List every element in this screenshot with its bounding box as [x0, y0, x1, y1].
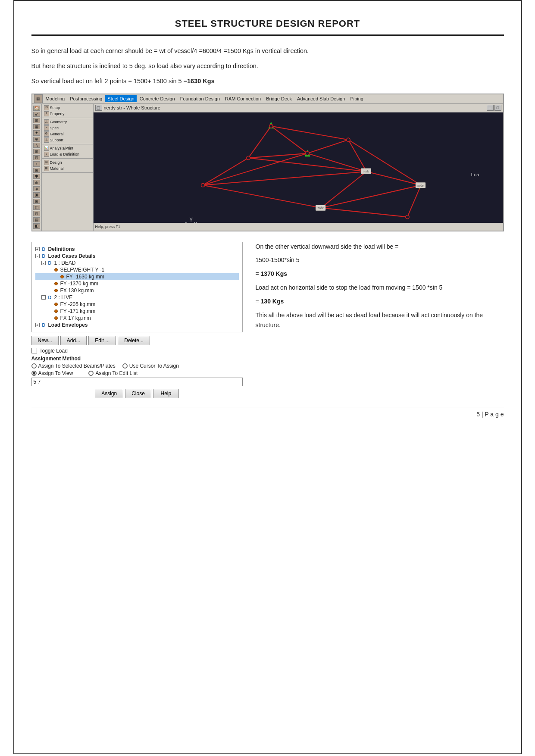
svg-point-24 — [346, 138, 350, 141]
new-button[interactable]: New... — [31, 336, 59, 345]
radio-label-view: Assign To View — [38, 370, 73, 376]
tree-icon-envelopes: D — [41, 322, 47, 328]
toolbar-icon-6[interactable]: ⊕ — [33, 137, 40, 142]
toolbar-icon-5[interactable]: ✦ — [33, 130, 40, 135]
sw-tab-spec-item[interactable]: ≡ Spec — [43, 125, 92, 131]
toolbar-icon-12[interactable]: ✱ — [33, 174, 40, 179]
edit-button[interactable]: Edit ... — [88, 336, 116, 345]
radio-circle-edit-list[interactable] — [88, 371, 94, 376]
tree-label-selfweight: SELFWEIGHT Y -1 — [60, 267, 105, 273]
tree-expand-dead[interactable]: - — [41, 261, 46, 265]
radio-label-selected: Assign To Selected Beams/Plates — [38, 363, 116, 369]
sw-menu-foundation-design[interactable]: Foundation Design — [178, 95, 222, 102]
sw-menu-concrete-design[interactable]: Concrete Design — [138, 95, 177, 102]
tree-item-definitions: + D Definitions — [35, 246, 239, 253]
tree-item-load-cases: - D Load Cases Details — [35, 253, 239, 259]
right-para3-bold: 1370 Kgs — [261, 270, 287, 277]
toolbar-icon-19[interactable]: ▤ — [33, 217, 40, 222]
load-label: Load & Definition — [50, 152, 80, 156]
assignment-method-title: Assignment Method — [31, 356, 243, 362]
toolbar-icon-9[interactable]: ⊡ — [33, 155, 40, 160]
member-input[interactable] — [31, 378, 243, 386]
sw-menu-steel-design[interactable]: Steel Design — [105, 95, 136, 102]
tree-item-envelopes: + D Load Envelopes — [35, 322, 239, 328]
assign-button[interactable]: Assign — [95, 389, 123, 398]
sw-menu-bridge-deck[interactable]: Bridge Deck — [264, 95, 294, 102]
help-button[interactable]: Help — [153, 389, 179, 398]
sw-menu-ram-connection[interactable]: RAM Connection — [223, 95, 263, 102]
sw-menu-modeling[interactable]: Modeling — [44, 95, 67, 102]
tree-label-load-cases: Load Cases Details — [48, 253, 96, 259]
tree-expand-load-cases[interactable]: - — [35, 254, 40, 258]
toolbar-icon-4[interactable]: ▦ — [33, 124, 40, 129]
toolbar-icon-15[interactable]: ▣ — [33, 192, 40, 197]
radio-assign-selected[interactable]: Assign To Selected Beams/Plates — [31, 363, 116, 369]
right-para3-prefix: = — [256, 270, 261, 277]
toolbar-icon-17[interactable]: ◫ — [33, 205, 40, 210]
sw-side-tabs: ⚙ Setup I Property △ Geometry ≡ — [42, 104, 94, 231]
sw-tab-design-item[interactable]: ⊞ Design — [43, 159, 92, 166]
radio-assign-view[interactable]: Assign To View — [31, 370, 73, 376]
tree-label-definitions: Definitions — [48, 246, 75, 252]
tree-icon-dead: D — [47, 260, 53, 266]
sw-tab-support-item[interactable]: ⊥ Support — [43, 137, 92, 143]
toolbar-icon-1[interactable]: 🏠 — [33, 106, 40, 111]
radio-row-2: Assign To View Assign To Edit List — [31, 370, 243, 376]
radio-use-cursor[interactable]: Use Cursor To Assign — [122, 363, 179, 369]
sw-tab-material-item[interactable]: ▦ Material — [43, 166, 92, 172]
toolbar-icon-8[interactable]: ⊞ — [33, 149, 40, 154]
sw-tab-analysis-item[interactable]: 📊 Analysis/Print — [43, 145, 92, 151]
delete-button[interactable]: Delete... — [118, 336, 150, 345]
sw-menu-postprocessing[interactable]: Postprocessing — [68, 95, 104, 102]
sw-menu-piping[interactable]: Piping — [348, 95, 366, 102]
geometry-icon: △ — [44, 119, 49, 125]
truss-diagram-svg: node node node Y 2 X Z Loa — [94, 112, 503, 231]
tree-expand-envelopes[interactable]: + — [35, 323, 40, 327]
sw-tab-setup-item[interactable]: ⚙ Setup — [43, 105, 92, 111]
viewport-max-btn[interactable]: □ — [494, 105, 501, 111]
spec-label: Spec — [50, 126, 59, 130]
tree-expand-definitions[interactable]: + — [35, 247, 40, 251]
toolbar-icon-14[interactable]: ◈ — [33, 186, 40, 191]
svg-point-25 — [246, 156, 250, 159]
tree-item-fy1630[interactable]: FY -1630 kg.mm — [35, 273, 239, 280]
geometry-label: Geometry — [50, 120, 67, 124]
toggle-load-checkbox[interactable] — [31, 348, 37, 353]
selfweight-icon — [53, 267, 59, 273]
tree-item-fy1370: FY -1370 kg.mm — [35, 280, 239, 287]
radio-assign-edit-list[interactable]: Assign To Edit List — [88, 370, 138, 376]
toolbar-icon-10[interactable]: ↕ — [33, 161, 40, 166]
toolbar-icon-16[interactable]: ⊞ — [33, 199, 40, 204]
toolbar-icon-3[interactable]: ⊞ — [33, 118, 40, 123]
toolbar-icon-2[interactable]: ↙ — [33, 112, 40, 117]
radio-circle-view[interactable] — [31, 371, 37, 376]
toolbar-icon-7[interactable]: ╲ — [33, 143, 40, 148]
tree-label-fy205: FY -205 kg.mm — [60, 301, 96, 307]
toolbar-icon-18[interactable]: ⊡ — [33, 211, 40, 216]
intro-section: So in general load at each corner should… — [31, 46, 504, 87]
radio-circle-selected[interactable] — [31, 363, 37, 369]
radio-circle-cursor[interactable] — [122, 363, 128, 369]
sw-tab-general-item[interactable]: G General — [43, 131, 92, 137]
general-label: General — [50, 132, 64, 136]
action-buttons-row: New... Add... Edit ... Delete... — [31, 336, 243, 345]
sw-tab-geometry-section: △ Geometry ≡ Spec G General ⊥ Support — [42, 118, 93, 144]
close-button[interactable]: Close — [125, 389, 151, 398]
tree-expand-live[interactable]: - — [41, 295, 46, 300]
sw-tab-load-item[interactable]: ↓ Load & Definition — [43, 151, 92, 157]
sw-tab-property-item[interactable]: I Property — [43, 111, 92, 117]
right-para4: Load act on horizontal side to stop the … — [256, 283, 504, 293]
viewport-min-btn[interactable]: ─ — [487, 105, 494, 111]
right-para5-prefix: = — [256, 298, 261, 305]
sw-tab-geometry-item[interactable]: △ Geometry — [43, 119, 92, 125]
toolbar-icon-13[interactable]: ⊕ — [33, 180, 40, 185]
toolbar-icon-20[interactable]: ◧ — [33, 223, 40, 228]
software-screenshot: ▦ Modeling Postprocessing Steel Design C… — [31, 94, 504, 231]
sw-menu-advanced-slab[interactable]: Advanced Slab Design — [295, 95, 347, 102]
analysis-icon: 📊 — [44, 146, 49, 151]
add-button[interactable]: Add... — [60, 336, 87, 345]
toolbar-icon-11[interactable]: ⊞ — [33, 168, 40, 173]
viewport-restore-btn[interactable]: ▢ — [95, 105, 102, 111]
radio-row-1: Assign To Selected Beams/Plates Use Curs… — [31, 363, 243, 369]
bottom-section: + D Definitions - D Load Cases Details -… — [31, 242, 504, 398]
